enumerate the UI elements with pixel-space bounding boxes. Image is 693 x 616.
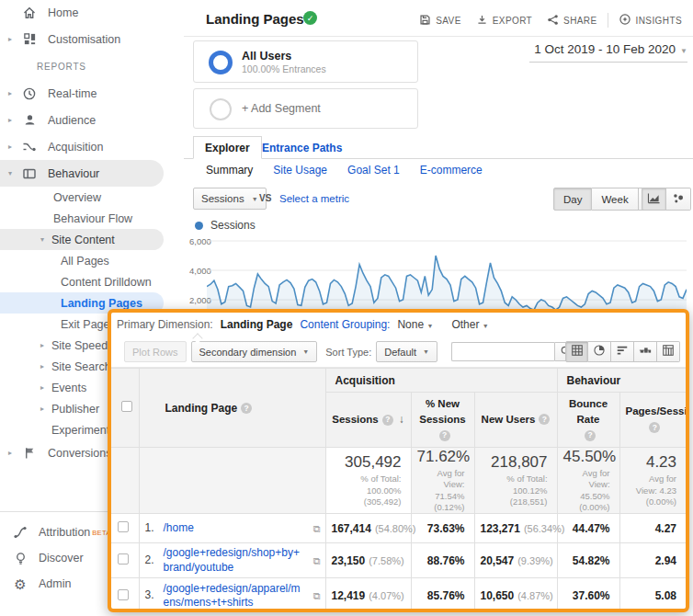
sidebar-item-customisation[interactable]: ▸ Customisation: [0, 26, 184, 52]
sidebar-item-real-time[interactable]: ▸ Real-time: [0, 80, 184, 107]
lightbulb-icon: [13, 551, 28, 565]
other-dropdown[interactable]: Other ▼: [451, 318, 488, 331]
expand-right-icon[interactable]: ▸: [40, 383, 44, 392]
open-page-icon[interactable]: ⧉: [313, 554, 321, 566]
open-page-icon[interactable]: ⧉: [313, 522, 321, 534]
collapse-down-icon[interactable]: ▾: [40, 235, 44, 244]
series-dot-icon: [195, 222, 203, 230]
export-button[interactable]: EXPORT: [469, 10, 540, 31]
help-icon[interactable]: ?: [649, 422, 660, 433]
share-button[interactable]: SHARE: [540, 10, 604, 31]
collapse-down-icon[interactable]: ▾: [4, 169, 17, 177]
expand-right-icon[interactable]: ▸: [4, 116, 17, 124]
landing-page-link[interactable]: /google+redesign/shop+by+brand/youtube: [164, 546, 301, 575]
landing-page-link[interactable]: /google+redesign/apparel/mens/mens+t+shi…: [164, 582, 301, 610]
sort-type-dropdown[interactable]: Default▼: [376, 341, 437, 362]
column-header-new-sessions[interactable]: % New Sessions?: [411, 393, 474, 448]
sidebar-item-audience[interactable]: ▸ Audience: [0, 107, 184, 133]
add-segment-button[interactable]: + Add Segment: [193, 88, 418, 129]
open-page-icon[interactable]: ⧉: [313, 590, 321, 602]
page-title: Landing Pages: [206, 11, 304, 27]
subtab-summary[interactable]: Summary: [206, 164, 253, 177]
person-icon: [22, 113, 37, 128]
expand-right-icon[interactable]: ▸: [4, 35, 17, 43]
sidebar-item-all-pages[interactable]: All Pages: [0, 250, 184, 271]
sidebar-item-behaviour[interactable]: ▾ Behaviour: [0, 160, 164, 187]
home-icon: [22, 6, 37, 20]
select-all-checkbox[interactable]: [121, 401, 132, 412]
motion-chart-button[interactable]: [666, 188, 691, 211]
help-icon[interactable]: ?: [585, 430, 596, 441]
table-view-buttons: [565, 341, 680, 362]
row-checkbox[interactable]: [118, 553, 129, 565]
segment-all-users[interactable]: All Users 100.00% Entrances: [193, 40, 418, 83]
tab-explorer[interactable]: Explorer: [193, 136, 262, 159]
search-input[interactable]: [451, 342, 554, 361]
pivot-view-button[interactable]: [657, 341, 680, 362]
total-pages-session: 4.23: [626, 453, 677, 472]
column-header-landing-page[interactable]: Landing Page?: [139, 369, 325, 448]
sidebar-item-overview[interactable]: Overview: [0, 187, 184, 208]
total-new-users: 218,807: [481, 453, 548, 472]
plot-rows-button[interactable]: Plot Rows: [124, 341, 187, 362]
expand-right-icon[interactable]: ▸: [40, 341, 44, 349]
sidebar-item-site-content[interactable]: ▾Site Content: [0, 229, 164, 250]
expand-right-icon[interactable]: ▸: [40, 362, 44, 371]
content-grouping-link[interactable]: Content Grouping:: [300, 318, 390, 331]
sidebar-item-content-drilldown[interactable]: Content Drilldown: [0, 271, 184, 292]
explorer-subtabs: Summary Site Usage Goal Set 1 E-commerce: [206, 164, 483, 177]
tab-entrance-paths[interactable]: Entrance Paths: [262, 136, 342, 159]
metric-dropdown[interactable]: Sessions▼: [193, 188, 267, 210]
table-row: 2./google+redesign/shop+by+brand/youtube…: [111, 543, 686, 578]
expand-right-icon[interactable]: ▸: [40, 405, 44, 413]
help-icon[interactable]: ?: [539, 414, 550, 425]
primary-dimension-label: Primary Dimension:: [117, 318, 213, 331]
landing-page-link[interactable]: /home: [164, 521, 194, 534]
bars-icon: [616, 344, 629, 360]
sidebar-item-behaviour-flow[interactable]: Behaviour Flow: [0, 208, 184, 229]
motion-chart-icon: [672, 191, 685, 208]
segment-ring-icon: [210, 98, 232, 120]
row-checkbox[interactable]: [118, 589, 129, 600]
expand-right-icon[interactable]: ▸: [4, 89, 17, 97]
expand-right-icon[interactable]: ▸: [4, 143, 17, 151]
column-header-pages-session[interactable]: Pages/Session?: [619, 393, 686, 448]
percentage-view-button[interactable]: [588, 341, 611, 362]
subtab-ecommerce[interactable]: E-commerce: [420, 164, 483, 177]
subtab-site-usage[interactable]: Site Usage: [273, 164, 327, 177]
save-button[interactable]: SAVE: [412, 10, 469, 31]
sort-desc-icon: ↓: [399, 413, 404, 426]
vs-label: VS: [259, 193, 271, 203]
help-icon[interactable]: ?: [241, 403, 252, 414]
performance-view-button[interactable]: [611, 341, 634, 362]
row-checkbox[interactable]: [118, 521, 129, 532]
primary-dimension-value[interactable]: Landing Page: [221, 318, 293, 331]
line-chart-button[interactable]: [642, 188, 666, 211]
sidebar-item-acquisition[interactable]: ▸ Acquisition: [0, 133, 184, 160]
content-grouping-dropdown[interactable]: None ▼: [397, 318, 433, 331]
week-button[interactable]: Week: [592, 188, 638, 211]
comparison-view-button[interactable]: [634, 341, 657, 362]
select-metric-link[interactable]: Select a metric: [279, 193, 349, 204]
help-icon[interactable]: ?: [439, 430, 450, 441]
divider: [608, 13, 608, 28]
download-icon: [476, 14, 488, 28]
day-button[interactable]: Day: [553, 188, 592, 211]
column-header-bounce-rate[interactable]: Bounce Rate?: [557, 393, 619, 448]
gear-icon: ⚙: [13, 576, 28, 591]
secondary-dimension-dropdown[interactable]: Secondary dimension▼: [191, 341, 318, 362]
sidebar-item-home[interactable]: ▸ Home: [0, 0, 184, 26]
header-actions: SAVE EXPORT SHARE INSIGHTS: [412, 9, 689, 31]
save-icon: [419, 14, 431, 28]
column-header-sessions[interactable]: Sessions?↓: [325, 393, 411, 448]
chevron-down-icon: ▼: [680, 47, 687, 55]
column-header-new-users[interactable]: New Users?: [474, 393, 557, 448]
subtab-goal-set-1[interactable]: Goal Set 1: [347, 164, 400, 177]
total-new-sessions: 71.62%: [417, 448, 465, 466]
expand-right-icon[interactable]: ▸: [4, 449, 17, 457]
help-icon[interactable]: ?: [382, 415, 393, 426]
insights-button[interactable]: INSIGHTS: [611, 9, 689, 31]
date-range-selector[interactable]: 1 Oct 2019 - 10 Feb 2020▼: [529, 42, 687, 63]
sessions-chart: 6,000 4,000 2,000: [184, 230, 693, 313]
data-view-button[interactable]: [565, 341, 588, 362]
